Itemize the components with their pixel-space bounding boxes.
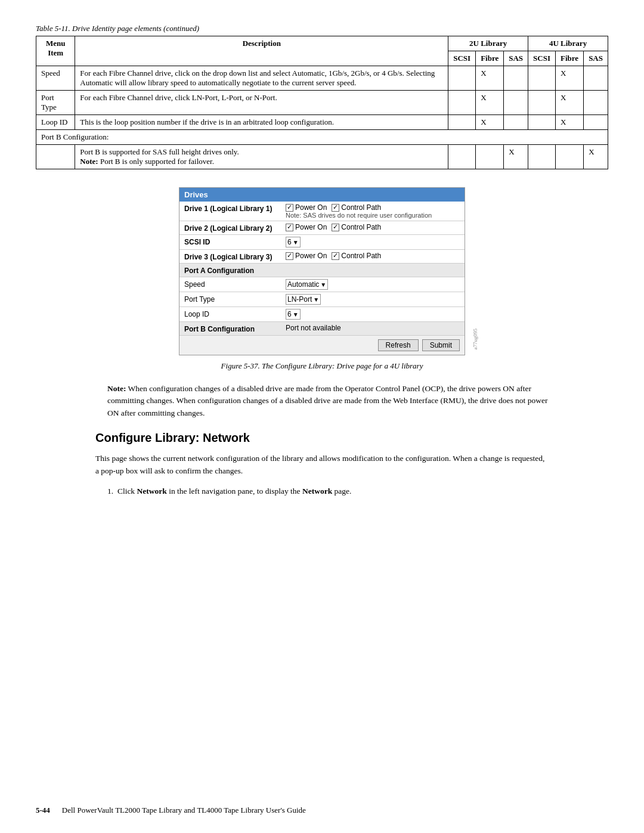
drive1-controlpath-cb-icon [332, 204, 339, 212]
speed-fibre-2: X [556, 66, 584, 91]
table-row: Speed For each Fibre Channel drive, clic… [36, 66, 608, 91]
submit-button[interactable]: Submit [422, 339, 460, 351]
col-description: Description [75, 36, 448, 66]
col-sas-2: SAS [584, 51, 608, 66]
step1-rest: in the left navigation pane, to display … [167, 487, 302, 496]
screenshot-box: Drives Drive 1 (Logical Library 1) Power… [179, 187, 465, 355]
drive-identity-table: Menu Item Description 2U Library 4U Libr… [36, 36, 608, 169]
note-text: When configuration changes of a disabled… [107, 384, 547, 417]
drive1-row: Drive 1 (Logical Library 1) Power On Con… [179, 202, 465, 221]
page-number: 5-44 [36, 806, 50, 815]
drive1-controlpath-label: Control Path [341, 203, 381, 212]
speed-select-value: Automatic [287, 280, 319, 289]
drive3-poweron-checkbox[interactable]: Power On [286, 252, 327, 260]
portb-ss-value: Port not available [286, 324, 460, 332]
porttype-scsi-2 [528, 91, 556, 115]
table-row-section: Port B Configuration: [36, 130, 608, 145]
loopid-select-value: 6 [287, 310, 292, 318]
porttype-select[interactable]: LN-Port ▼ [286, 294, 321, 305]
step1-item: 1. Click Network in the left navigation … [107, 485, 549, 498]
portb-fibre-1 [476, 145, 504, 169]
col-4u-library: 4U Library [528, 36, 608, 51]
table-caption: Table 5-11. Drive Identity page elements… [36, 24, 608, 33]
col-menu-item: Menu Item [36, 36, 75, 66]
drive3-controlpath-label: Control Path [341, 252, 381, 260]
porttype-label: Port Type [184, 294, 286, 304]
porttype-select-arrow-icon: ▼ [313, 296, 319, 303]
scsiid-row: SCSI ID 6 ▼ [179, 235, 465, 250]
speed-select[interactable]: Automatic ▼ [286, 279, 328, 290]
loopid-fibre-1: X [476, 115, 504, 130]
col-fibre-2: Fibre [556, 51, 584, 66]
scsiid-select[interactable]: 6 ▼ [286, 237, 301, 247]
desc-speed: For each Fibre Channel drive, click on t… [75, 66, 448, 91]
drive2-controlpath-cb-icon [332, 224, 339, 231]
drive2-value: Power On Control Path [286, 223, 460, 231]
note-block: Note: When configuration changes of a di… [107, 383, 549, 419]
loopid-fibre-2: X [556, 115, 584, 130]
drive2-poweron-checkbox[interactable]: Power On [286, 223, 327, 231]
porttype-fibre-1: X [476, 91, 504, 115]
drive1-poweron-cb-icon [286, 204, 293, 212]
drive1-note: Note: SAS drives do not require user con… [286, 212, 460, 219]
scsiid-select-arrow-icon: ▼ [293, 239, 299, 246]
portb-sas-1: X [504, 145, 528, 169]
loopid-select-arrow-icon: ▼ [293, 311, 299, 318]
menu-item-porttype: Port Type [36, 91, 75, 115]
portb-sas-2: X [584, 145, 608, 169]
screenshot-footer: Refresh Submit [179, 336, 465, 355]
drive2-controlpath-checkbox[interactable]: Control Path [332, 223, 381, 231]
portb-menu-item [36, 145, 75, 169]
drive1-controlpath-checkbox[interactable]: Control Path [332, 203, 381, 212]
loopid-select[interactable]: 6 ▼ [286, 309, 301, 320]
table-row: Loop ID This is the loop position number… [36, 115, 608, 130]
loopid-scsi-1 [448, 115, 476, 130]
drive2-poweron-label: Power On [295, 223, 327, 231]
porta-section-row: Port A Configuration [179, 264, 465, 277]
step1-end: page. [332, 487, 351, 496]
portb-section-header: Port B Configuration: [36, 130, 608, 145]
speed-scsi-1 [448, 66, 476, 91]
speed-scsi-2 [528, 66, 556, 91]
refresh-button[interactable]: Refresh [378, 339, 419, 351]
screenshot-header: Drives [179, 188, 465, 202]
porttype-select-value: LN-Port [287, 295, 312, 304]
table-row: Port B is supported for SAS full height … [36, 145, 608, 169]
speed-row: Speed Automatic ▼ [179, 277, 465, 292]
loopid-ss-label: Loop ID [184, 309, 286, 318]
step1-network-bold2: Network [302, 487, 332, 496]
drive3-controlpath-cb-icon [332, 252, 339, 260]
speed-select-arrow-icon: ▼ [320, 281, 326, 288]
scsiid-select-value: 6 [287, 238, 292, 246]
col-scsi-2: SCSI [528, 51, 556, 66]
speed-sas-2 [584, 66, 608, 91]
footer-text: Dell PowerVault TL2000 Tape Library and … [62, 806, 306, 815]
portb-scsi-1 [448, 145, 476, 169]
menu-item-speed: Speed [36, 66, 75, 91]
drive3-controlpath-checkbox[interactable]: Control Path [332, 252, 381, 260]
col-sas-1: SAS [504, 51, 528, 66]
body-text: This page shows the current network conf… [95, 452, 549, 478]
section-heading: Configure Library: Network [95, 431, 549, 445]
side-label: a77ug095 [472, 329, 478, 350]
loopid-scsi-2 [528, 115, 556, 130]
drive3-value: Power On Control Path [286, 252, 460, 260]
col-scsi-1: SCSI [448, 51, 476, 66]
drive1-value: Power On Control Path Note: SAS drives d… [286, 203, 460, 219]
drive1-poweron-checkbox[interactable]: Power On [286, 203, 327, 212]
col-2u-library: 2U Library [448, 36, 528, 51]
screenshot-container: Drives Drive 1 (Logical Library 1) Power… [36, 187, 608, 355]
loopid-ss-row: Loop ID 6 ▼ [179, 307, 465, 322]
loopid-ss-value: 6 ▼ [286, 309, 460, 320]
drive1-poweron-label: Power On [295, 203, 327, 212]
speed-label: Speed [184, 279, 286, 289]
menu-item-loopid: Loop ID [36, 115, 75, 130]
scsiid-label: SCSI ID [184, 237, 286, 246]
porttype-sas-2 [584, 91, 608, 115]
drive3-row: Drive 3 (Logical Library 3) Power On Con… [179, 250, 465, 264]
drive2-row: Drive 2 (Logical Library 2) Power On Con… [179, 221, 465, 235]
drive2-poweron-cb-icon [286, 224, 293, 231]
loopid-sas-1 [504, 115, 528, 130]
loopid-sas-2 [584, 115, 608, 130]
portb-fibre-2 [556, 145, 584, 169]
